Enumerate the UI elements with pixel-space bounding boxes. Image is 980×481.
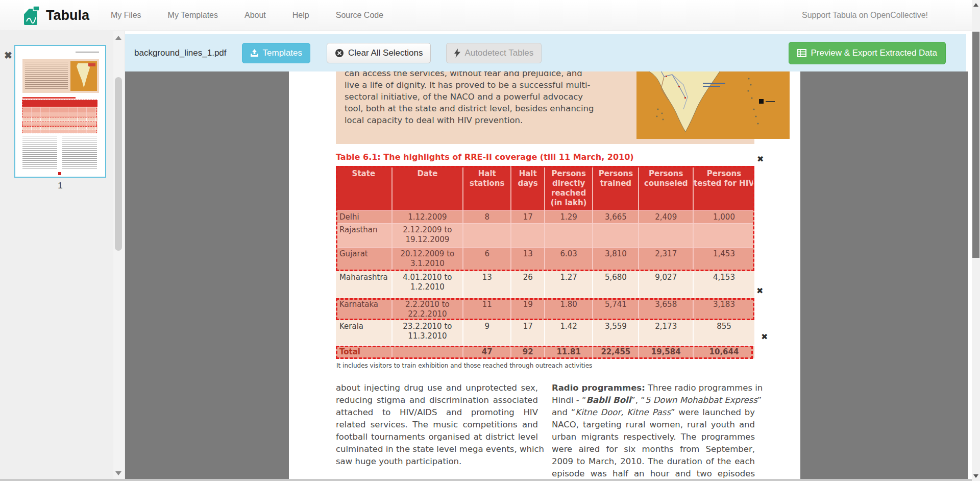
scroll-down-icon[interactable]	[115, 471, 121, 475]
document-toolbar: background_lines_1.pdf Templates Clear A…	[125, 34, 966, 71]
main-scrollbar[interactable]	[972, 0, 980, 481]
text-segment: Three radio programmes in	[645, 383, 763, 393]
table-cell: 2,173	[639, 320, 694, 345]
table-row: Maharashtra4.01.2010 to 1.2.201013261.27…	[336, 271, 754, 298]
table-title: Table 6.1: The highlights of RRE-II cove…	[336, 152, 634, 162]
text-line: Radio programmes: Three radio programmes…	[552, 382, 755, 394]
selection-box-3[interactable]	[336, 346, 753, 359]
table-cell: 17	[511, 320, 545, 345]
table-cell: 4,153	[694, 271, 754, 298]
scroll-up-icon[interactable]	[973, 3, 978, 7]
table-cell: 855	[694, 320, 754, 345]
text-segment: Kitne Door, Kitne Pass	[575, 407, 671, 417]
table-cell: 3,559	[593, 320, 639, 345]
nav-links: My FilesMy TemplatesAboutHelpSource Code	[111, 11, 383, 20]
table-cell: 23.2.2010 to 11.3.2010	[393, 320, 463, 345]
thumbnail-map	[70, 61, 97, 91]
remove-page-icon[interactable]: ✖	[4, 50, 12, 61]
text-segment: Hindi - “	[552, 395, 586, 405]
page-number-label: 1	[14, 181, 106, 191]
window-bottom-edge	[0, 479, 972, 481]
text-line: culminated in the state level mega event…	[336, 443, 538, 455]
text-line: Hindi - “Babli Boli”, “5 Down Mohabbat E…	[552, 394, 755, 406]
text-line: attached to HIV/AIDS and promoting HIV	[336, 406, 538, 419]
intro-paragraph: can access the services, without fear an…	[345, 67, 576, 126]
table-cell: 1.27	[545, 271, 593, 298]
tabula-app-window: Tabula My FilesMy TemplatesAboutHelpSour…	[0, 0, 980, 481]
text-segment: NACO, targeting rural women, rural youth…	[552, 420, 755, 429]
table-cell: 13	[463, 271, 511, 298]
templates-button[interactable]: Templates	[242, 43, 310, 63]
right-text-column: Radio programmes: Three radio programmes…	[552, 382, 755, 480]
text-segment: ” were launched by	[671, 407, 755, 417]
text-line: about injecting drug use and unprotected…	[336, 382, 538, 394]
text-line: urban migrants respectively. The program…	[552, 431, 755, 443]
autodetect-tables-button[interactable]: Autodetect Tables	[446, 43, 542, 63]
text-line: local capacity to deal with HIV preventi…	[345, 114, 576, 126]
nav-item-about[interactable]: About	[244, 11, 266, 20]
text-line: related services. The music competitions…	[336, 419, 538, 431]
table-cell: 5,680	[593, 271, 639, 298]
clear-button-label: Clear All Selections	[348, 48, 423, 58]
text-segment: ”, “	[631, 395, 645, 405]
table-list-icon	[797, 49, 806, 57]
text-segment: Babli Boli	[586, 395, 631, 405]
text-line: and “Kitne Door, Kitne Pass” were launch…	[552, 406, 755, 419]
remove-selection-icon[interactable]: ✖	[757, 155, 764, 163]
text-segment: episode was half an hour and two episode…	[552, 469, 755, 478]
text-line: episode was half an hour and two episode…	[552, 468, 755, 480]
text-line: sectoral initiative, of the NACO and a p…	[345, 91, 576, 103]
sidebar-scrollbar[interactable]	[113, 31, 124, 479]
text-segment: 5 Down Mohabbat Express	[645, 395, 757, 405]
india-map-image	[636, 60, 790, 139]
table-cell: 4.01.2010 to 1.2.2010	[393, 271, 463, 298]
text-line: reducing stigma and discrimination assoc…	[336, 394, 538, 406]
support-link[interactable]: Support Tabula on OpenCollective!	[802, 11, 928, 20]
table-cell: Kerala	[336, 320, 393, 345]
autodetect-button-label: Autodetect Tables	[464, 48, 533, 58]
export-button-label: Preview & Export Extracted Data	[811, 48, 937, 58]
text-segment: and “	[552, 407, 575, 417]
nav-item-my-templates[interactable]: My Templates	[168, 11, 218, 20]
templates-button-label: Templates	[263, 48, 302, 58]
table-cell: 1.42	[545, 320, 593, 345]
remove-selection-icon[interactable]: ✖	[756, 287, 763, 295]
table-footnote: It includes visitors to train exhibition…	[336, 362, 592, 369]
table-cell: Maharashtra	[336, 271, 393, 298]
sidebar-scroll-thumb[interactable]	[115, 77, 122, 251]
selection-box-2[interactable]	[336, 298, 754, 320]
text-line: 2009 to March, 2010. The duration of the…	[552, 455, 755, 468]
text-line: were aired for six months from September…	[552, 443, 755, 455]
scroll-down-icon[interactable]	[973, 474, 978, 478]
nav-item-my-files[interactable]: My Files	[111, 11, 141, 20]
page-thumbnail-preview	[15, 46, 105, 177]
tabula-brand[interactable]: Tabula	[22, 4, 89, 27]
table-cell: 26	[511, 271, 545, 298]
page-thumbnail[interactable]	[14, 45, 106, 178]
nav-item-source-code[interactable]: Source Code	[336, 11, 383, 20]
table-cell: 9,027	[639, 271, 694, 298]
main-scroll-thumb[interactable]	[972, 32, 979, 258]
scroll-up-icon[interactable]	[115, 36, 121, 40]
nav-item-help[interactable]: Help	[292, 11, 309, 20]
tabula-pdf-lock-icon	[22, 4, 41, 27]
text-segment: Radio programmes:	[552, 383, 645, 393]
document-filename: background_lines_1.pdf	[134, 48, 227, 58]
text-line: football tournaments organised at distri…	[336, 431, 538, 443]
circled-x-icon	[335, 49, 344, 58]
text-line: tool, both at the state and district lev…	[345, 103, 576, 114]
clear-all-selections-button[interactable]: Clear All Selections	[327, 43, 431, 63]
upload-tray-icon	[250, 49, 259, 57]
remove-selection-icon[interactable]: ✖	[761, 333, 768, 341]
intro-highlight-block: can access the services, without fear an…	[336, 60, 754, 144]
pdf-page[interactable]: can access the services, without fear an…	[289, 60, 800, 481]
selection-box-1[interactable]	[336, 166, 754, 271]
preview-export-button[interactable]: Preview & Export Extracted Data	[789, 42, 946, 64]
thumbnail-table	[22, 100, 97, 133]
text-line: NACO, targeting rural women, rural youth…	[552, 419, 755, 431]
left-text-column: about injecting drug use and unprotected…	[336, 382, 538, 468]
table-row: Kerala23.2.2010 to 11.3.20109171.423,559…	[336, 320, 754, 346]
text-segment: ”	[757, 395, 762, 405]
brand-name: Tabula	[46, 8, 89, 23]
lightning-bolt-icon	[454, 49, 460, 58]
